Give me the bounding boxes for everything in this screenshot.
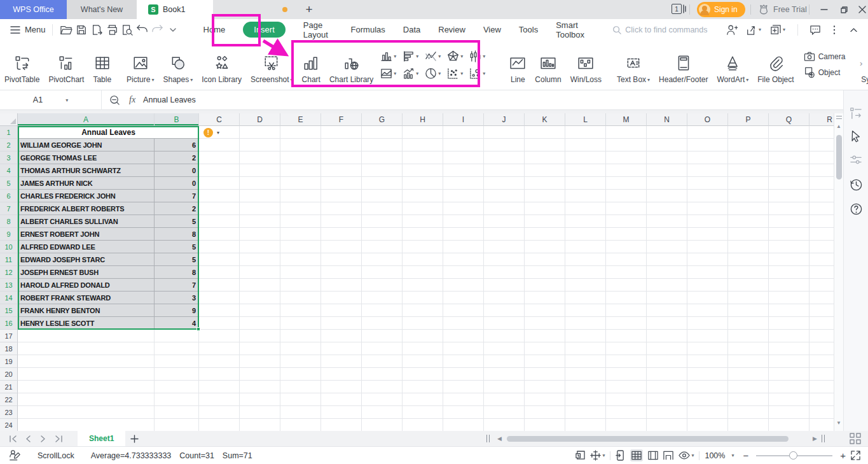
cell-F3[interactable] [321, 151, 362, 164]
cell-L2[interactable] [565, 139, 606, 151]
cell-F11[interactable] [321, 253, 362, 266]
cell-D5[interactable] [240, 177, 280, 190]
row-header-21[interactable]: 21 [0, 381, 18, 393]
cell-R15[interactable] [809, 304, 834, 317]
cell-R17[interactable] [809, 330, 834, 342]
cell-K15[interactable] [525, 304, 565, 317]
cell-Q20[interactable] [769, 368, 809, 381]
tab-page-layout[interactable]: Page Layout [294, 19, 342, 40]
free-trial-button[interactable]: Free Trial [758, 0, 807, 19]
cell-L12[interactable] [565, 266, 606, 279]
cell-D18[interactable] [240, 342, 280, 355]
cell-P15[interactable] [728, 304, 769, 317]
cell-L3[interactable] [565, 151, 606, 164]
cell-N21[interactable] [647, 381, 687, 393]
column-header-N[interactable]: N [647, 113, 687, 126]
cell-O13[interactable] [687, 279, 728, 292]
vertical-scrollbar[interactable]: ▲ ▼ [834, 113, 843, 431]
cell-B5[interactable]: 0 [155, 177, 199, 190]
cell-K24[interactable] [525, 419, 565, 431]
cell-F21[interactable] [321, 381, 362, 393]
cell-D8[interactable] [240, 215, 280, 228]
cell-Q2[interactable] [769, 139, 809, 151]
line-chart-type-button[interactable]: ▾ [425, 50, 447, 62]
cell-K4[interactable] [525, 164, 565, 177]
cell-B7[interactable]: 2 [155, 202, 199, 215]
cell-Q21[interactable] [769, 381, 809, 393]
cell-E3[interactable] [280, 151, 321, 164]
cell-B21[interactable] [155, 381, 199, 393]
cell-P7[interactable] [728, 202, 769, 215]
cell-J1[interactable] [484, 126, 525, 139]
cell-E21[interactable] [280, 381, 321, 393]
column-header-L[interactable]: L [565, 113, 606, 126]
cell-N14[interactable] [647, 292, 687, 304]
sparkline-winloss-button[interactable]: Win/Loss [566, 46, 606, 84]
cell-C6[interactable] [199, 190, 240, 202]
tab-smart-toolbox[interactable]: Smart Toolbox [547, 19, 598, 40]
cell-N23[interactable] [647, 406, 687, 419]
cell-H1[interactable] [403, 126, 443, 139]
cell-G5[interactable] [362, 177, 403, 190]
cell-J2[interactable] [484, 139, 525, 151]
cell-N20[interactable] [647, 368, 687, 381]
cell-G6[interactable] [362, 190, 403, 202]
cell-B12[interactable]: 8 [155, 266, 199, 279]
cell-F6[interactable] [321, 190, 362, 202]
row-header-19[interactable]: 19 [0, 355, 18, 368]
cell-M4[interactable] [606, 164, 647, 177]
cell-B4[interactable]: 0 [155, 164, 199, 177]
cell-F19[interactable] [321, 355, 362, 368]
cell-H9[interactable] [403, 228, 443, 241]
reading-mode-button[interactable]: ▾ [679, 451, 694, 460]
cell-I17[interactable] [443, 330, 484, 342]
cell-A6[interactable]: CHARLES FREDERICK JOHN [18, 190, 155, 202]
cell-G9[interactable] [362, 228, 403, 241]
cell-F18[interactable] [321, 342, 362, 355]
cell-F17[interactable] [321, 330, 362, 342]
previous-sheet-button[interactable] [20, 432, 36, 446]
add-sheet-button[interactable] [125, 432, 143, 446]
chart-library-button[interactable]: Chart Library [325, 46, 378, 84]
cell-I16[interactable] [443, 317, 484, 330]
first-sheet-button[interactable] [5, 432, 20, 446]
tab-insert[interactable]: Insert [243, 22, 286, 38]
cell-I12[interactable] [443, 266, 484, 279]
cell-H18[interactable] [403, 342, 443, 355]
cell-C13[interactable] [199, 279, 240, 292]
row-header-2[interactable]: 2 [0, 139, 18, 151]
cell-R1[interactable] [809, 126, 834, 139]
cell-A11[interactable]: EDWARD JOSEPH STARC [18, 253, 155, 266]
print-button[interactable] [104, 22, 120, 38]
cell-I10[interactable] [443, 241, 484, 253]
cell-O17[interactable] [687, 330, 728, 342]
tab-review[interactable]: Review [429, 19, 474, 40]
cell-E11[interactable] [280, 253, 321, 266]
cell-O8[interactable] [687, 215, 728, 228]
bar-chart-type-button[interactable]: ▾ [403, 50, 425, 62]
cell-I14[interactable] [443, 292, 484, 304]
cell-G22[interactable] [362, 393, 403, 406]
column-header-A[interactable]: A [18, 113, 155, 126]
cell-E10[interactable] [280, 241, 321, 253]
cell-L24[interactable] [565, 419, 606, 431]
column-header-B[interactable]: B [155, 113, 199, 126]
cell-E15[interactable] [280, 304, 321, 317]
column-header-C[interactable]: C [199, 113, 240, 126]
cell-R8[interactable] [809, 215, 834, 228]
cell-G8[interactable] [362, 215, 403, 228]
cell-N11[interactable] [647, 253, 687, 266]
cell-Q7[interactable] [769, 202, 809, 215]
cell-J23[interactable] [484, 406, 525, 419]
cell-P6[interactable] [728, 190, 769, 202]
cell-C12[interactable] [199, 266, 240, 279]
table-button[interactable]: Table [88, 46, 116, 84]
cell-E14[interactable] [280, 292, 321, 304]
comment-button[interactable] [807, 22, 823, 38]
cell-P16[interactable] [728, 317, 769, 330]
warning-dropdown-icon[interactable]: ▾ [217, 130, 219, 136]
cell-P4[interactable] [728, 164, 769, 177]
cell-I23[interactable] [443, 406, 484, 419]
cell-A18[interactable] [18, 342, 155, 355]
cell-I8[interactable] [443, 215, 484, 228]
